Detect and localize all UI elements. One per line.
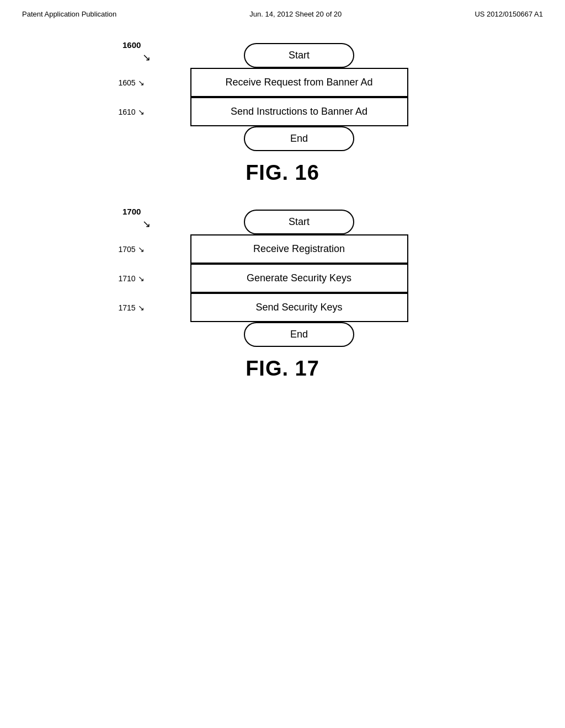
- fig16-caption: FIG. 16: [246, 161, 319, 185]
- fig17-step-1715-row: 1715 ↘ Send Security Keys: [190, 293, 408, 322]
- fig16-arrow-icon: ↘: [142, 51, 151, 63]
- fig16-step-1610-row: 1610 ↘ Send Instructions to Banner Ad: [190, 97, 408, 126]
- page-header: Patent Application Publication Jun. 14, …: [0, 0, 565, 18]
- fig17-caption: FIG. 17: [246, 357, 319, 381]
- fig16-flow: Start 1605 ↘ Receive Request from Banner…: [122, 35, 476, 151]
- fig16-diagram-label: 1600: [122, 40, 141, 50]
- fig16-step-1605-label: 1605 ↘: [119, 78, 145, 87]
- fig17-step-1710-label: 1710 ↘: [119, 274, 145, 283]
- fig17-step-1705-row: 1705 ↘ Receive Registration: [190, 234, 408, 264]
- fig17-end-node: End: [244, 322, 354, 347]
- fig16-step-1610-label: 1610 ↘: [119, 108, 145, 116]
- fig16-step-1605-node: Receive Request from Banner Ad: [190, 68, 408, 97]
- diagram-area: 1600 ↘ Start 1605 ↘ Receive Request from…: [0, 18, 565, 381]
- fig17-step-1715-node: Send Security Keys: [190, 293, 408, 322]
- fig17-step-1710-row: 1710 ↘ Generate Security Keys: [190, 264, 408, 293]
- fig17-step-1705-label: 1705 ↘: [119, 245, 145, 254]
- fig17-arrow-icon: ↘: [142, 218, 151, 230]
- fig17-step-1710-node: Generate Security Keys: [190, 264, 408, 293]
- fig17-diagram-label: 1700: [122, 207, 141, 216]
- fig17-step-1715-label: 1715 ↘: [119, 303, 145, 312]
- fig16-start-node: Start: [244, 43, 354, 68]
- fig16-end-node: End: [244, 126, 354, 151]
- fig16-step-1610-node: Send Instructions to Banner Ad: [190, 97, 408, 126]
- fig17-flow: Start 1705 ↘ Receive Registration 1710: [122, 201, 476, 347]
- fig16-step-1605-row: 1605 ↘ Receive Request from Banner Ad: [190, 68, 408, 97]
- header-left: Patent Application Publication: [22, 10, 116, 18]
- fig16-container: 1600 ↘ Start 1605 ↘ Receive Request from…: [89, 35, 476, 151]
- header-middle: Jun. 14, 2012 Sheet 20 of 20: [249, 10, 342, 18]
- fig17-start-node: Start: [244, 210, 354, 234]
- header-right: US 2012/0150667 A1: [475, 10, 543, 18]
- fig17-container: 1700 ↘ Start 1705 ↘ Receive Registration: [89, 201, 476, 347]
- fig17-step-1705-node: Receive Registration: [190, 234, 408, 264]
